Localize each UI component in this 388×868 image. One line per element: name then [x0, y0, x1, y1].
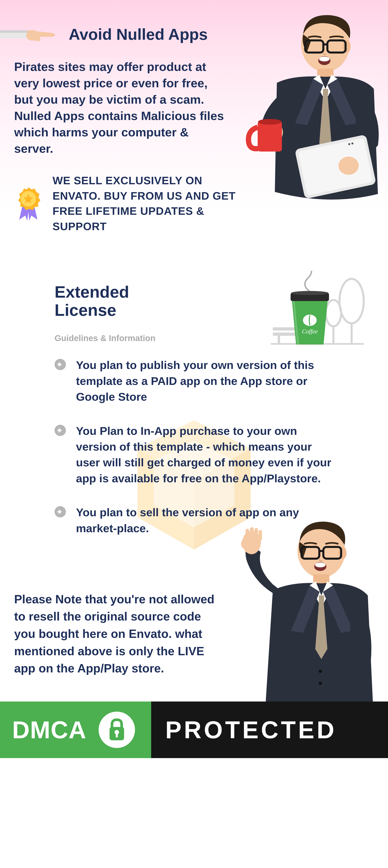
svg-rect-14 — [258, 121, 282, 152]
arrow-right-icon — [55, 425, 66, 436]
dmca-right: PROTECTED — [151, 702, 388, 758]
note-section: Please Note that you're not allowed to r… — [0, 575, 388, 702]
arrow-right-icon — [55, 506, 66, 518]
bullet-text: You plan to publish your own version of … — [76, 357, 333, 405]
dmca-text: DMCA — [12, 716, 87, 744]
bullet-item: You Plan to In-App purchase to your own … — [55, 423, 333, 487]
avoid-nulled-body: Pirates sites may offer product at very … — [14, 59, 228, 157]
svg-rect-48 — [319, 595, 324, 601]
svg-rect-8 — [323, 89, 328, 95]
businessman-coffee-illustration — [236, 12, 388, 235]
coffee-cup-illustration: Coffee — [238, 271, 368, 347]
lock-icon — [99, 712, 135, 748]
svg-text:Coffee: Coffee — [302, 328, 318, 335]
businessman-waving-illustration — [222, 516, 378, 702]
note-text: Please Note that you're not allowed to r… — [14, 591, 220, 677]
svg-rect-39 — [57, 511, 61, 513]
svg-point-54 — [241, 539, 247, 548]
svg-rect-18 — [0, 30, 28, 33]
svg-rect-53 — [259, 530, 262, 541]
page-container: Avoid Nulled Apps Pirates sites may offe… — [0, 0, 388, 758]
exclusive-text: WE SELL EXCLUSIVELY ON ENVATO. BUY FROM … — [53, 173, 250, 234]
medal-icon — [14, 186, 42, 221]
svg-rect-52 — [255, 528, 258, 541]
dmca-bar: DMCA PROTECTED — [0, 702, 388, 758]
bullet-item: You plan to publish your own version of … — [55, 357, 333, 405]
bullet-text: You Plan to In-App purchase to your own … — [76, 423, 333, 487]
svg-rect-35 — [57, 364, 61, 365]
svg-point-46 — [315, 562, 326, 567]
svg-point-21 — [339, 279, 364, 323]
avoid-nulled-title: Avoid Nulled Apps — [69, 25, 208, 44]
svg-rect-51 — [250, 527, 253, 541]
bullet-list: You plan to publish your own version of … — [55, 357, 333, 536]
dmca-left: DMCA — [0, 702, 151, 758]
pointing-hand-icon — [0, 24, 59, 44]
arrow-right-icon — [55, 359, 66, 370]
svg-rect-50 — [245, 529, 249, 541]
svg-point-15 — [258, 119, 281, 125]
svg-point-23 — [326, 300, 341, 326]
svg-point-6 — [319, 57, 330, 61]
svg-point-19 — [26, 30, 38, 41]
svg-point-56 — [319, 682, 322, 685]
svg-rect-59 — [116, 733, 118, 738]
svg-point-31 — [291, 291, 328, 295]
svg-point-16 — [338, 157, 359, 175]
svg-point-55 — [319, 670, 322, 673]
protected-text: PROTECTED — [165, 716, 337, 744]
svg-rect-37 — [57, 430, 61, 431]
avoid-nulled-section: Avoid Nulled Apps Pirates sites may offe… — [0, 0, 388, 263]
